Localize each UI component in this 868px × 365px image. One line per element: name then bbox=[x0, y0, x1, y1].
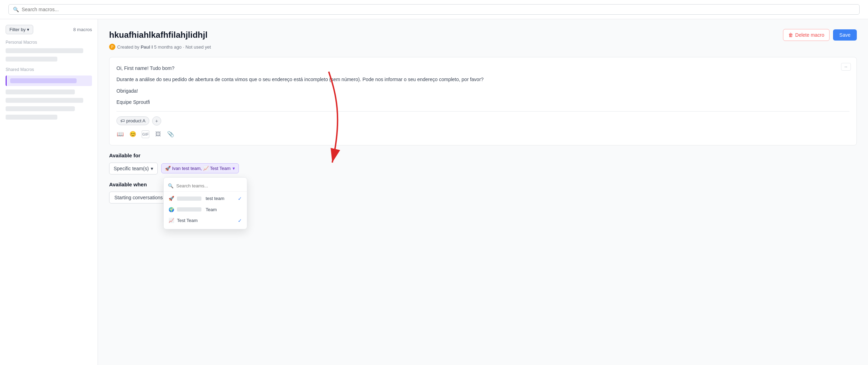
avatar: P bbox=[109, 44, 115, 50]
filter-label: Filter by bbox=[9, 27, 26, 32]
teams-dropdown-panel: 🔍 🚀 test team ✓ bbox=[163, 177, 247, 229]
available-for-row: Specific team(s) ▾ 🚀 Ivan test team, 📈 T… bbox=[109, 163, 857, 174]
sidebar: Filter by ▾ 8 macros Personal Macros Sha… bbox=[0, 19, 98, 365]
macro-actions: 🗑 Delete macro Save bbox=[783, 29, 857, 41]
team-label-suffix-2: Team bbox=[206, 207, 217, 212]
chevron-down-icon: ▾ bbox=[27, 27, 29, 32]
personal-macros-section: Personal Macros bbox=[6, 40, 92, 62]
add-tag-button[interactable]: + bbox=[152, 116, 161, 126]
top-bar: 🔍 bbox=[0, 0, 868, 19]
available-for-section: Available for Specific team(s) ▾ 🚀 Ivan … bbox=[109, 152, 857, 174]
macros-count: 8 macros bbox=[73, 27, 92, 32]
meta-usage: Not used yet bbox=[185, 44, 211, 50]
dropdown-search-area[interactable]: 🔍 bbox=[164, 180, 247, 192]
content-area: hkuafhiahlkafhfilahjlidhjl 🗑 Delete macr… bbox=[98, 19, 868, 365]
gif-icon[interactable]: GIF bbox=[142, 130, 149, 138]
macro-title: hkuafhiahlkafhfilahjlidhjl bbox=[109, 30, 207, 40]
search-icon: 🔍 bbox=[168, 183, 173, 188]
dropdown-item-left: 📈 Test Team bbox=[169, 218, 198, 223]
meta-time: 5 months ago bbox=[154, 44, 182, 50]
shared-macros-section: Shared Macros bbox=[6, 67, 92, 120]
dropdown-label: Specific team(s) bbox=[114, 166, 149, 171]
message-box: ↔ Oi, First name! Tudo bom? Durante a an… bbox=[109, 57, 857, 145]
trash-icon: 🗑 bbox=[788, 32, 793, 38]
tag-icon: 🏷 bbox=[120, 118, 125, 123]
chevron-down-icon: ▾ bbox=[233, 166, 235, 171]
team-emoji-2: 🌍 bbox=[169, 207, 174, 212]
message-line2: Durante a análise do seu pedido de abert… bbox=[116, 76, 849, 83]
filter-button[interactable]: Filter by ▾ bbox=[6, 25, 33, 34]
delete-label: Delete macro bbox=[795, 32, 824, 38]
list-item[interactable] bbox=[6, 106, 75, 111]
list-item[interactable] bbox=[6, 90, 75, 94]
message-text: Oi, First name! Tudo bom? Durante a anál… bbox=[116, 64, 849, 106]
team-label-3: Test Team bbox=[177, 218, 198, 223]
chevron-down-icon: ▾ bbox=[151, 166, 153, 171]
team-pills-button[interactable]: 🚀 Ivan test team, 📈 Test Team ▾ bbox=[161, 163, 239, 173]
checkmark-icon-3: ✓ bbox=[238, 218, 242, 223]
search-icon: 🔍 bbox=[13, 7, 19, 12]
list-item[interactable] bbox=[6, 57, 57, 62]
team-label-suffix-1: test team bbox=[206, 196, 224, 201]
delete-macro-button[interactable]: 🗑 Delete macro bbox=[783, 29, 830, 41]
message-line1: Oi, First name! Tudo bom? bbox=[116, 64, 849, 72]
product-tag[interactable]: 🏷 product A bbox=[116, 116, 149, 125]
macro-meta: P Created by Paul I 5 months ago · Not u… bbox=[109, 44, 857, 50]
meta-text: Created by Paul I 5 months ago · Not use… bbox=[117, 44, 211, 50]
tag-row: 🏷 product A + bbox=[116, 116, 849, 126]
personal-section-label: Personal Macros bbox=[6, 40, 92, 45]
list-item[interactable] bbox=[6, 98, 83, 103]
list-item[interactable] bbox=[6, 48, 83, 53]
team-emoji-1: 🚀 bbox=[169, 196, 174, 201]
list-item[interactable] bbox=[6, 115, 57, 120]
macro-header: hkuafhiahlkafhfilahjlidhjl 🗑 Delete macr… bbox=[109, 29, 857, 41]
list-item-active[interactable] bbox=[6, 76, 92, 86]
checkmark-icon-1: ✓ bbox=[238, 196, 242, 201]
message-line4: Equipe Sproutfi bbox=[116, 98, 849, 106]
toolbar-icons: 📖 😊 GIF 🖼 📎 bbox=[116, 130, 849, 138]
sidebar-toolbar: Filter by ▾ 8 macros bbox=[6, 25, 92, 34]
tag-label: product A bbox=[126, 118, 145, 123]
save-button[interactable]: Save bbox=[833, 29, 857, 41]
dropdown-item[interactable]: 🌍 Team bbox=[164, 204, 247, 215]
message-line3: Obrigada! bbox=[116, 87, 849, 95]
team-emoji-3: 📈 bbox=[169, 218, 174, 223]
author-name: Paul I bbox=[141, 44, 153, 50]
starting-conversations-button[interactable]: Starting conversations bbox=[109, 192, 168, 203]
dropdown-item[interactable]: 🚀 test team ✓ bbox=[164, 193, 247, 204]
dropdown-item[interactable]: 📈 Test Team ✓ bbox=[164, 215, 247, 226]
team-name-blur-1 bbox=[177, 196, 201, 201]
teams-search-input[interactable] bbox=[176, 183, 243, 188]
shared-section-label: Shared Macros bbox=[6, 67, 92, 72]
dropdown-item-left: 🌍 Team bbox=[169, 207, 217, 212]
team-name-blur-2 bbox=[177, 207, 201, 212]
expand-button[interactable]: ↔ bbox=[841, 63, 851, 71]
emoji-icon[interactable]: 😊 bbox=[129, 130, 137, 138]
team-pills-label: 🚀 Ivan test team, 📈 Test Team bbox=[165, 166, 230, 171]
search-input[interactable] bbox=[22, 7, 127, 12]
active-item-blur bbox=[10, 78, 77, 83]
dropdown-item-left: 🚀 test team bbox=[169, 196, 224, 201]
search-bar[interactable]: 🔍 bbox=[8, 4, 860, 15]
available-for-label: Available for bbox=[109, 152, 857, 158]
specific-teams-dropdown[interactable]: Specific team(s) ▾ bbox=[109, 163, 158, 174]
image-icon[interactable]: 🖼 bbox=[154, 130, 162, 138]
attachment-icon[interactable]: 📎 bbox=[167, 130, 175, 138]
book-icon[interactable]: 📖 bbox=[116, 130, 124, 138]
message-divider bbox=[116, 111, 849, 112]
main-layout: Filter by ▾ 8 macros Personal Macros Sha… bbox=[0, 19, 868, 365]
